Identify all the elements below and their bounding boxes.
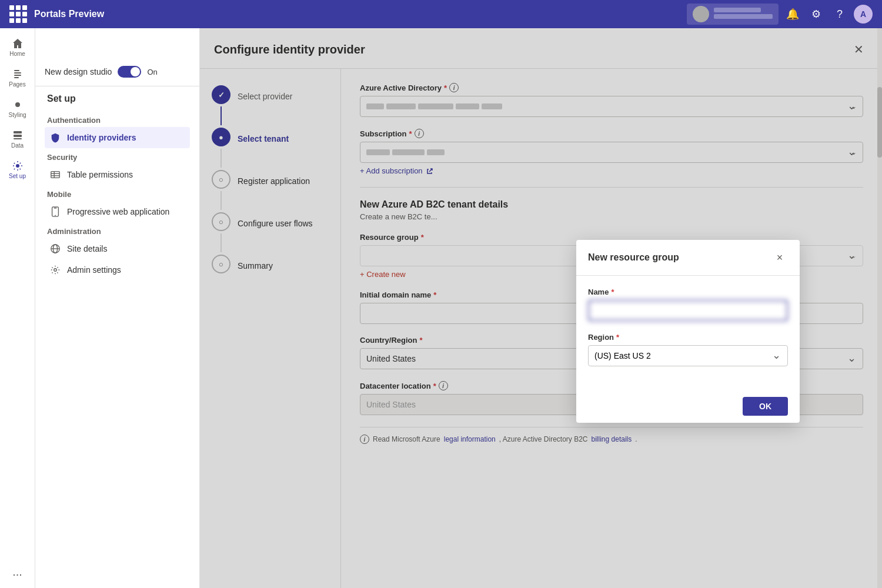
nav-item-table-permissions[interactable]: Table permissions (45, 164, 190, 185)
pages-label: Pages (9, 81, 25, 88)
pwa-label: Progressive web application (67, 207, 169, 216)
nav-panel: New design studio On Set up Authenticati… (35, 28, 200, 588)
settings-icon[interactable]: ⚙ (807, 5, 826, 24)
modal-form-group-region: Region * (US) East US 2 (US) East US (US… (588, 333, 788, 366)
nav-item-admin-settings[interactable]: Admin settings (45, 259, 190, 280)
svg-rect-9 (51, 172, 59, 178)
nav-item-site-details[interactable]: Site details (45, 238, 190, 259)
user-avatar[interactable]: A (854, 5, 873, 24)
topbar-right: 🔔 ⚙ ? A (687, 4, 873, 25)
nav-group-authentication: Authentication (45, 111, 190, 127)
modal-name-input[interactable] (588, 300, 788, 321)
toggle-bar: New design studio On (35, 58, 199, 86)
modal-name-required: * (611, 288, 614, 296)
site-details-label: Site details (67, 244, 107, 253)
nav-group-security: Security (45, 148, 190, 164)
table-permissions-label: Table permissions (67, 170, 133, 179)
modal-region-label: Region * (588, 333, 788, 342)
svg-point-8 (16, 164, 19, 168)
nav-group-administration: Administration (45, 222, 190, 238)
modal-footer: OK (576, 390, 800, 423)
sidebar-item-home[interactable]: Home (4, 33, 32, 61)
sidebar-item-styling[interactable]: Styling (4, 94, 32, 122)
account-switcher[interactable] (687, 4, 779, 25)
topbar: Portals Preview 🔔 ⚙ ? A (0, 0, 882, 28)
toggle-label: New design studio (45, 67, 112, 76)
admin-settings-label: Admin settings (67, 265, 121, 275)
modal-region-select[interactable]: (US) East US 2 (US) East US (US) West US… (588, 345, 788, 366)
svg-rect-6 (14, 135, 22, 137)
app-title: Portals Preview (34, 9, 680, 19)
waffle-menu[interactable] (9, 5, 27, 23)
home-label: Home (9, 51, 25, 57)
modal-title: New resource group (588, 252, 679, 263)
sidebar-item-setup[interactable]: Set up (4, 155, 32, 183)
data-label: Data (11, 142, 24, 149)
svg-rect-0 (14, 70, 19, 71)
nav-group-mobile: Mobile (45, 185, 190, 201)
phone-icon (49, 206, 61, 218)
content-area: Configure identity provider ✕ ✓ Select p… (200, 28, 882, 588)
svg-rect-7 (14, 138, 22, 139)
account-thumb (693, 6, 709, 22)
nav-item-pwa[interactable]: Progressive web application (45, 201, 190, 222)
icon-sidebar: Home Pages Styling Data Set up ··· (0, 28, 35, 588)
svg-point-4 (15, 102, 20, 107)
modal-overlay: New resource group × Name * (200, 28, 882, 588)
svg-rect-2 (14, 75, 21, 76)
modal-region-required: * (616, 333, 619, 342)
more-options[interactable]: ··· (12, 567, 22, 581)
help-icon[interactable]: ? (830, 5, 849, 24)
modal-form-group-name: Name * (588, 288, 788, 321)
main-layout: Home Pages Styling Data Set up ··· New d… (0, 28, 882, 588)
admin-icon (49, 264, 61, 276)
modal-close-button[interactable]: × (771, 249, 788, 266)
sidebar-item-data[interactable]: Data (4, 125, 32, 153)
svg-rect-1 (14, 72, 21, 74)
account-text (714, 8, 773, 21)
svg-point-19 (54, 269, 57, 272)
svg-rect-5 (14, 131, 22, 133)
modal-header: New resource group × (576, 240, 800, 276)
modal-region-select-wrapper: (US) East US 2 (US) East US (US) West US… (588, 345, 788, 366)
svg-point-15 (55, 215, 56, 216)
svg-rect-3 (14, 77, 19, 78)
design-studio-toggle[interactable] (118, 66, 141, 78)
styling-label: Styling (8, 112, 26, 118)
sidebar-item-pages[interactable]: Pages (4, 64, 32, 92)
toggle-state: On (147, 68, 157, 76)
nav-item-identity-providers[interactable]: Identity providers (45, 127, 190, 148)
nav-panel-inner: Set up Authentication Identity providers… (35, 86, 199, 288)
setup-label: Set up (9, 173, 26, 179)
identity-providers-label: Identity providers (67, 133, 136, 142)
new-resource-group-modal: New resource group × Name * (576, 240, 800, 423)
modal-ok-button[interactable]: OK (743, 397, 788, 416)
site-icon (49, 243, 61, 255)
nav-section-title: Set up (45, 93, 190, 104)
modal-body: Name * Region * (US) East US (576, 276, 800, 390)
table-icon (49, 169, 61, 181)
modal-name-label: Name * (588, 288, 788, 296)
shield-icon (49, 132, 61, 143)
notifications-icon[interactable]: 🔔 (783, 5, 802, 24)
